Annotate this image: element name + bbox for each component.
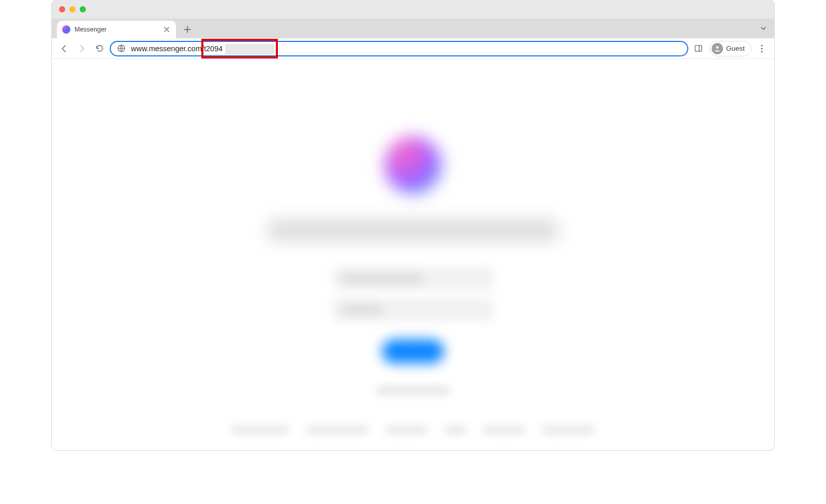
page-content-blurred [52,59,774,450]
svg-point-3 [716,46,719,49]
messenger-favicon-icon [62,25,70,34]
avatar-icon [712,43,723,54]
footer-link-blurred [386,425,427,435]
svg-rect-1 [696,46,702,51]
footer-link-blurred [445,425,466,435]
browser-window: Messenger www.messenger.com/t2094 [52,0,774,450]
side-panel-button[interactable] [691,41,706,56]
footer-link-blurred [542,425,594,435]
url-path-visible: /t2094 [202,45,223,53]
back-button[interactable] [57,41,71,56]
login-form-blurred [333,267,493,395]
footer-link-blurred [232,425,289,435]
site-info-icon[interactable] [117,44,126,53]
profile-label: Guest [726,45,745,52]
footer-link-blurred [306,425,368,435]
primary-button-blurred [382,339,444,363]
chrome-menu-button[interactable] [755,41,769,56]
messenger-logo-blurred [385,137,441,194]
tab-close-button[interactable] [163,25,171,34]
footer-links-blurred [232,425,594,435]
new-tab-button[interactable] [180,22,195,37]
footer-link-blurred [483,425,525,435]
tab-search-button[interactable] [760,25,767,32]
svg-point-6 [761,51,762,52]
address-bar[interactable]: www.messenger.com/t2094 [110,41,688,56]
forward-button[interactable] [75,41,89,56]
input-blurred [333,267,493,290]
headline-blurred [268,219,558,241]
window-close-button[interactable] [59,6,65,12]
link-blurred [377,386,449,395]
browser-tab[interactable]: Messenger [57,21,176,38]
reload-button[interactable] [92,41,107,56]
browser-toolbar: www.messenger.com/t2094 Guest [52,38,774,59]
mac-titlebar [52,0,774,19]
tab-strip: Messenger [52,19,774,38]
window-minimize-button[interactable] [69,6,76,12]
url-text: www.messenger.com/t2094 [131,45,681,53]
tab-title: Messenger [75,26,158,33]
svg-point-4 [761,45,762,46]
input-blurred [333,298,493,321]
svg-point-5 [761,48,762,49]
profile-button[interactable]: Guest [709,41,751,56]
url-domain: www.messenger.com [131,45,202,53]
window-zoom-button[interactable] [80,6,86,12]
